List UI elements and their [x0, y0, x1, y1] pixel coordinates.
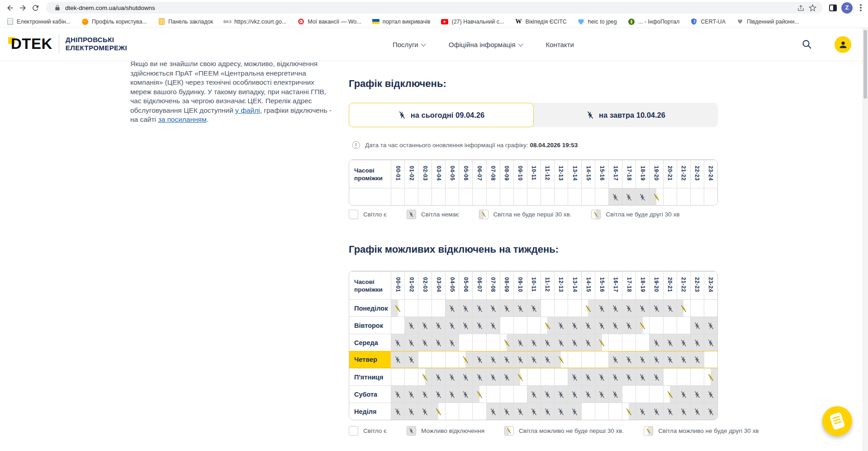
url-text: dtek-dnem.com.ua/ua/shutdowns [65, 5, 795, 11]
bookmark-label: ... - ІнфоПортал [638, 19, 680, 25]
nav-item-2[interactable]: Офіційна інформація [449, 41, 522, 48]
schedule-cell-state-2 [472, 385, 486, 403]
schedule-cell-state-1 [527, 299, 541, 317]
reload-button[interactable] [29, 1, 42, 14]
power-off-icon [557, 356, 565, 364]
time-slot-header: 05-06 [459, 160, 472, 188]
legend-swatch-state-3 [644, 426, 653, 436]
day-label: Субота [349, 385, 391, 403]
schedule-cell-state-0 [432, 188, 445, 205]
schedule-cell-state-0 [472, 403, 486, 420]
schedule-cell-state-0 [622, 334, 636, 351]
logo-subtitle-line1: ДНІПРОВСЬКІ [66, 36, 114, 43]
bookmark-item[interactable]: Електронний кабін... [6, 18, 71, 25]
bookmark-item[interactable]: ВКЗhttps://vkz.court.go... [224, 18, 286, 25]
nav-item-1[interactable]: Послуги [393, 41, 425, 48]
schedule-cell-state-0 [472, 334, 486, 351]
nav-item-label: Контакти [546, 41, 574, 48]
schedule-cell-state-2 [391, 299, 404, 317]
bookmark-item[interactable]: (27) Навчальний с... [441, 18, 504, 25]
power-off-icon [394, 305, 402, 312]
bookmark-label: Мої вакансії — Wo... [308, 19, 361, 25]
power-off-icon [530, 391, 538, 398]
file-link[interactable]: у файлі [235, 106, 260, 114]
schedule-cell-state-1 [418, 317, 432, 334]
browser-menu-icon[interactable] [857, 3, 864, 13]
nav-item-3[interactable]: Контакти [546, 41, 574, 48]
main-nav: ПослугиОфіційна інформаціяКонтакти [393, 28, 574, 61]
bookmark-item[interactable]: WВікіпедія ЄСІТС [515, 18, 567, 25]
schedule-row [349, 188, 717, 205]
time-slot-header: 02-03 [418, 160, 432, 188]
bookmark-item[interactable]: ... - ІнфоПортал [628, 18, 680, 25]
chat-widget-button[interactable] [822, 406, 852, 436]
schedule-cell-state-1 [704, 334, 717, 351]
back-button[interactable] [4, 1, 16, 14]
paragraph-text-3: . [207, 115, 209, 123]
scrollbar-track[interactable] [862, 28, 868, 451]
share-icon[interactable] [795, 3, 806, 13]
schedule-cell-state-0 [649, 385, 663, 403]
schedule-row: Неділя [349, 403, 717, 420]
power-off-icon [707, 408, 715, 416]
power-off-icon [435, 391, 442, 398]
tab-today[interactable]: на сьогодні 09.04.26 [349, 103, 534, 127]
schedule-cell-state-0 [404, 299, 418, 317]
power-off-icon [639, 193, 646, 201]
power-off-icon [448, 374, 456, 381]
power-off-icon [645, 428, 651, 434]
tab-tomorrow[interactable]: на завтра 10.04.26 [534, 103, 718, 127]
schedule-cell-state-3 [704, 368, 717, 385]
dtek-logo[interactable]: DTEK ДНІПРОВСЬКІ ЕЛЕКТРОМЕРЕЖІ [8, 34, 127, 53]
schedule-cell-state-0 [663, 317, 677, 334]
schedule-cell-state-1 [432, 368, 445, 385]
bookmark-item[interactable]: Профіль користува... [81, 18, 147, 25]
legend-label: Світла не буде перші 30 хв. [493, 211, 572, 218]
schedule-cell-state-1 [445, 385, 459, 403]
bookmark-item[interactable]: heic to jpeg [578, 18, 617, 25]
schedule-cell-state-1 [581, 368, 595, 385]
power-off-icon [530, 408, 538, 416]
schedule-cell-state-1 [704, 317, 717, 334]
schedule-cell-state-0 [459, 403, 472, 420]
side-panel-icon[interactable] [829, 5, 837, 11]
search-icon[interactable] [802, 39, 813, 51]
schedule-cell-state-1 [404, 385, 418, 403]
schedule-row: П'ятниця [349, 368, 717, 385]
power-off-icon [653, 193, 660, 201]
bookmarks-bar: Електронний кабін...Профіль користува...… [0, 15, 868, 28]
legend-item: Світло є [349, 426, 387, 436]
schedule-cell-state-3 [418, 368, 432, 385]
schedule-day-tabs: на сьогодні 09.04.26 на завтра 10.04.26 [349, 103, 718, 127]
schedule-row: Середа [349, 334, 717, 351]
day-label: Четвер [349, 351, 391, 368]
bookmark-label: CERT-UA [701, 19, 726, 25]
schedule-cell-state-1 [527, 351, 541, 368]
power-off-icon [571, 408, 579, 416]
bookmark-label: Південний районн... [747, 19, 799, 25]
time-slot-header: 04-05 [445, 160, 459, 188]
scrollbar-thumb[interactable] [863, 30, 867, 99]
bookmark-item[interactable]: портал викривачів [372, 18, 431, 25]
power-off-icon [571, 339, 579, 347]
schedule-cell-state-0 [663, 368, 677, 385]
address-bar[interactable]: dtek-dnem.com.ua/ua/shutdowns [46, 2, 823, 14]
browser-profile-avatar[interactable]: Z [841, 2, 853, 14]
schedule-cell-state-0 [445, 403, 459, 420]
user-account-icon[interactable] [835, 36, 851, 53]
bookmark-star-icon[interactable] [806, 3, 818, 13]
power-off-icon [462, 305, 470, 312]
schedule-cell-state-1 [445, 334, 459, 351]
forward-button[interactable] [16, 1, 29, 14]
power-off-icon [639, 305, 646, 312]
legend-item: Світло є [349, 210, 387, 219]
external-schedule-link[interactable]: за посиланням [158, 115, 206, 123]
browser-toolbar: dtek-dnem.com.ua/ua/shutdowns Z [0, 0, 868, 15]
bookmark-item[interactable]: Мої вакансії — Wo... [297, 18, 361, 25]
bookmark-item[interactable]: ΨПівденний районн... [736, 18, 799, 25]
time-slot-header: 14-15 [581, 271, 595, 299]
power-off-icon [517, 374, 524, 381]
bookmark-item[interactable]: CERT-UA [690, 18, 726, 25]
power-off-icon [421, 339, 429, 347]
bookmark-item[interactable]: Панель закладок [158, 18, 213, 25]
